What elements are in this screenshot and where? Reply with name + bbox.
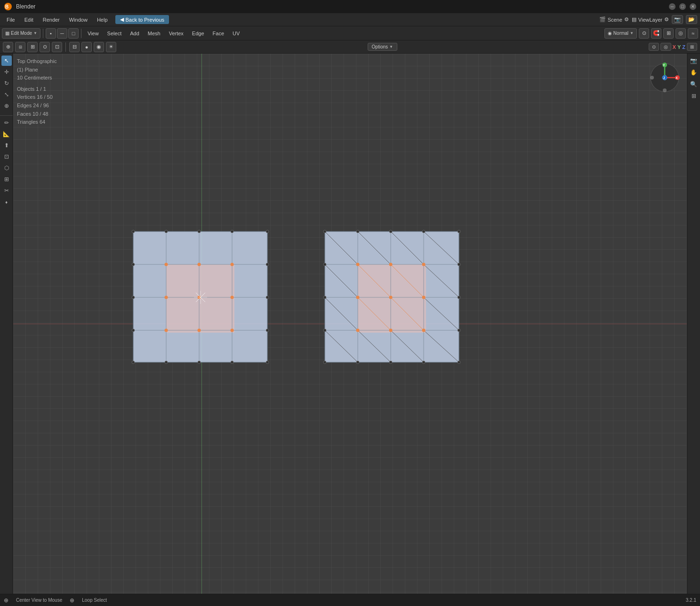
options-label: Options bbox=[372, 44, 388, 49]
status-bar: ⊕ Center View to Mouse ⊕ Loop Select 3.2… bbox=[0, 594, 700, 606]
select-tool[interactable]: ↖ bbox=[1, 56, 12, 66]
output-icon[interactable]: 📂 bbox=[686, 15, 697, 24]
view-ortho-btn[interactable]: ⊞ bbox=[27, 42, 38, 52]
axis-x-label: X bbox=[673, 44, 676, 50]
transform-tool[interactable]: ⊕ bbox=[1, 101, 12, 111]
menu-bar: File Edit Render Window Help ◀ Back to P… bbox=[0, 13, 700, 26]
menu-file[interactable]: File bbox=[3, 16, 19, 24]
svg-text:Y: Y bbox=[663, 64, 665, 67]
measure-tool[interactable]: 📐 bbox=[1, 129, 12, 139]
status-icon-1: ⊕ bbox=[4, 597, 8, 604]
scene-section: 🎬 Scene ⚙ ▤ ViewLayer ⚙ 📷 📂 bbox=[599, 15, 697, 24]
right-panel-icons: 📷 ✋ 🔍 ⊞ bbox=[687, 54, 700, 594]
svg-point-93 bbox=[650, 76, 654, 80]
scale-tool[interactable]: ⤡ bbox=[1, 89, 12, 100]
view-perspective-btn[interactable]: ⧇ bbox=[15, 42, 25, 52]
scene-badge: 🎬 Scene ⚙ bbox=[599, 16, 629, 23]
blender-logo-icon: B bbox=[4, 2, 12, 11]
back-to-previous-button[interactable]: ◀ Back to Previous bbox=[115, 15, 169, 24]
grid-icon[interactable]: ⊞ bbox=[689, 91, 699, 101]
view-local-btn[interactable]: ⊙ bbox=[40, 42, 50, 52]
separator-2 bbox=[81, 29, 81, 38]
menu-edit[interactable]: Edit bbox=[21, 16, 37, 24]
menu-mesh[interactable]: Mesh bbox=[144, 30, 164, 37]
view-layer-settings-icon[interactable]: ⚙ bbox=[664, 16, 669, 23]
knife-tool[interactable]: ✂ bbox=[1, 185, 12, 196]
version-label: 3.2.1 bbox=[686, 598, 696, 603]
scene-settings-icon[interactable]: ⚙ bbox=[624, 16, 629, 23]
loop-cut-tool[interactable]: ⊞ bbox=[1, 174, 12, 184]
viewport-shading-normal[interactable]: ◉ Normal ▼ bbox=[604, 28, 637, 39]
app-title: Blender bbox=[16, 3, 35, 10]
view-layer-label: ViewLayer bbox=[638, 17, 662, 23]
options-button[interactable]: Options ▼ bbox=[368, 43, 397, 51]
view-nav-btn[interactable]: ⊕ bbox=[3, 42, 13, 52]
bevel-tool[interactable]: ⬡ bbox=[1, 163, 12, 173]
prop-edit-btn[interactable]: ⊙ bbox=[639, 28, 649, 39]
back-icon: ◀ bbox=[120, 16, 124, 23]
menu-window[interactable]: Window bbox=[65, 16, 91, 24]
menu-select[interactable]: Select bbox=[104, 30, 126, 37]
title-bar: B Blender ─ □ ✕ bbox=[0, 0, 700, 13]
viewport[interactable]: Top Orthographic (1) Plane 10 Centimeter… bbox=[13, 54, 700, 594]
shading-label: Normal bbox=[613, 31, 628, 36]
annotate-tool[interactable]: ✏ bbox=[1, 118, 12, 128]
loop-select-label: Loop Select bbox=[82, 598, 107, 603]
mode-label: Edit Mode bbox=[11, 31, 32, 36]
move-tool[interactable]: ✛ bbox=[1, 67, 12, 77]
menu-face[interactable]: Face bbox=[209, 30, 228, 37]
xray-btn[interactable]: ◎ bbox=[660, 43, 671, 51]
separator-1 bbox=[43, 29, 43, 38]
mode-chevron: ▼ bbox=[33, 31, 37, 35]
render-btn[interactable]: ☀ bbox=[106, 42, 116, 52]
vertex-mode-btn[interactable]: • bbox=[46, 28, 56, 39]
menu-render[interactable]: Render bbox=[39, 16, 64, 24]
face-mode-btn[interactable]: □ bbox=[68, 28, 79, 39]
menu-help[interactable]: Help bbox=[93, 16, 112, 24]
zoom-icon[interactable]: 🔍 bbox=[689, 79, 699, 89]
svg-text:X: X bbox=[676, 76, 678, 80]
render-icon[interactable]: 📷 bbox=[672, 15, 683, 24]
maximize-button[interactable]: □ bbox=[679, 3, 686, 10]
status-icon-2: ⊕ bbox=[70, 597, 74, 604]
minimize-button[interactable]: ─ bbox=[669, 3, 676, 10]
sep-sub1 bbox=[65, 42, 66, 52]
view-layer-badge: ▤ ViewLayer ⚙ bbox=[632, 16, 669, 23]
view-camera-btn[interactable]: ⊡ bbox=[52, 42, 62, 52]
close-button[interactable]: ✕ bbox=[690, 3, 696, 10]
axis-gizmo[interactable]: Y X Z bbox=[648, 61, 681, 94]
main-area: ↖ ✛ ↻ ⤡ ⊕ ✏ 📐 ⬆ ⊡ ⬡ ⊞ ✂ ⬧ Top Orthograph… bbox=[0, 54, 700, 594]
transform-space-btn[interactable]: ⊞ bbox=[687, 43, 697, 51]
center-view-label: Center View to Mouse bbox=[16, 598, 62, 603]
rotate-tool[interactable]: ↻ bbox=[1, 78, 12, 88]
menu-add[interactable]: Add bbox=[126, 30, 143, 37]
camera-right-icon[interactable]: 📷 bbox=[689, 56, 699, 66]
material-btn[interactable]: ◉ bbox=[94, 42, 104, 52]
inset-tool[interactable]: ⊡ bbox=[1, 152, 12, 162]
grid-background bbox=[13, 54, 700, 594]
polypen-tool[interactable]: ⬧ bbox=[1, 197, 12, 207]
menu-view[interactable]: View bbox=[84, 30, 103, 37]
edge-mode-btn[interactable]: ─ bbox=[57, 28, 67, 39]
stats-btn[interactable]: ≈ bbox=[688, 28, 698, 39]
proportional-btn[interactable]: ◎ bbox=[676, 28, 686, 39]
shading-icon: ◉ bbox=[608, 31, 612, 36]
svg-point-89 bbox=[663, 88, 667, 92]
menu-vertex[interactable]: Vertex bbox=[165, 30, 187, 37]
svg-text:Z: Z bbox=[663, 76, 666, 80]
mode-selector[interactable]: ▦ Edit Mode ▼ bbox=[2, 28, 40, 39]
overlay-btn[interactable]: ⊙ bbox=[649, 43, 659, 51]
transform-btn[interactable]: ⊞ bbox=[663, 28, 674, 39]
solid-btn[interactable]: ● bbox=[81, 42, 92, 52]
menu-uv[interactable]: UV bbox=[229, 30, 243, 37]
wire-btn[interactable]: ⊟ bbox=[69, 42, 80, 52]
header-toolbar: ▦ Edit Mode ▼ • ─ □ View Select Add Mesh… bbox=[0, 26, 700, 40]
hand-icon[interactable]: ✋ bbox=[689, 67, 699, 78]
snap-btn[interactable]: 🧲 bbox=[651, 28, 661, 39]
shading-chevron: ▼ bbox=[630, 31, 634, 35]
axis-y-label: Y bbox=[677, 44, 681, 50]
menu-edge[interactable]: Edge bbox=[188, 30, 208, 37]
title-bar-left: B Blender bbox=[4, 2, 35, 11]
window-controls: ─ □ ✕ bbox=[669, 3, 696, 10]
extrude-tool[interactable]: ⬆ bbox=[1, 140, 12, 151]
